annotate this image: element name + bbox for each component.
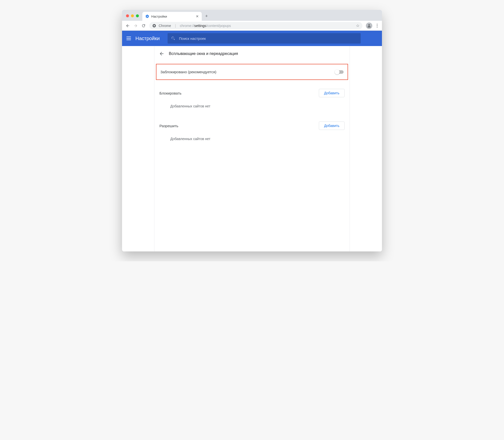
address-bar[interactable]: Chrome | chrome://settings/content/popup… bbox=[149, 22, 362, 29]
browser-toolbar: Chrome | chrome://settings/content/popup… bbox=[122, 21, 382, 31]
close-window-icon[interactable] bbox=[126, 14, 129, 17]
block-section-title: Блокировать bbox=[159, 91, 181, 95]
window-controls bbox=[126, 14, 139, 17]
minimize-window-icon[interactable] bbox=[131, 14, 134, 17]
toggle-knob bbox=[335, 70, 340, 74]
kebab-menu-icon[interactable] bbox=[376, 24, 378, 27]
url-separator: | bbox=[175, 24, 176, 28]
allow-add-button[interactable]: Добавить bbox=[319, 122, 345, 130]
appbar-title: Настройки bbox=[135, 36, 160, 41]
app-bar: Настройки bbox=[122, 31, 382, 46]
card-header: Всплывающие окна и переадресация bbox=[154, 46, 350, 61]
toggle-label: Заблокировано (рекомендуется) bbox=[160, 70, 216, 74]
gear-icon bbox=[145, 14, 149, 18]
star-icon[interactable]: ☆ bbox=[356, 23, 359, 28]
block-empty-text: Добавленных сайтов нет bbox=[159, 97, 345, 113]
settings-card: Всплывающие окна и переадресация Заблоки… bbox=[154, 46, 350, 251]
svg-point-1 bbox=[153, 25, 155, 26]
allow-section-title: Разрешить bbox=[159, 124, 178, 128]
profile-avatar-icon[interactable] bbox=[366, 23, 372, 29]
back-arrow-icon[interactable] bbox=[159, 51, 164, 56]
search-icon bbox=[171, 36, 176, 41]
browser-tab[interactable]: Настройки ✕ bbox=[142, 12, 202, 21]
forward-icon bbox=[133, 24, 138, 28]
page-heading: Всплывающие окна и переадресация bbox=[169, 51, 238, 56]
content-area: Всплывающие окна и переадресация Заблоки… bbox=[122, 46, 382, 251]
close-tab-icon[interactable]: ✕ bbox=[196, 14, 199, 18]
reload-icon[interactable] bbox=[141, 24, 146, 28]
allow-section: Разрешить Добавить Добавленных сайтов не… bbox=[154, 122, 350, 145]
back-icon[interactable] bbox=[126, 24, 130, 28]
settings-search-input[interactable] bbox=[179, 36, 357, 41]
tab-title: Настройки bbox=[151, 15, 194, 18]
new-tab-button[interactable]: + bbox=[202, 14, 211, 21]
allow-empty-text: Добавленных сайтов нет bbox=[159, 130, 345, 145]
secure-label: Chrome bbox=[159, 24, 171, 28]
chrome-icon bbox=[152, 24, 156, 28]
hamburger-icon[interactable] bbox=[126, 37, 131, 40]
settings-search[interactable] bbox=[168, 33, 361, 44]
popup-block-toggle[interactable] bbox=[335, 70, 344, 74]
popup-toggle-row: Заблокировано (рекомендуется) bbox=[156, 64, 348, 80]
maximize-window-icon[interactable] bbox=[136, 14, 139, 17]
tab-strip: Настройки ✕ + bbox=[122, 10, 382, 21]
browser-window: Настройки ✕ + Chrome | chrome://settings… bbox=[122, 10, 382, 251]
block-section: Блокировать Добавить Добавленных сайтов … bbox=[154, 89, 350, 113]
url-text: chrome://settings/content/popups bbox=[180, 24, 231, 28]
svg-point-2 bbox=[368, 24, 370, 26]
block-add-button[interactable]: Добавить bbox=[319, 89, 345, 97]
